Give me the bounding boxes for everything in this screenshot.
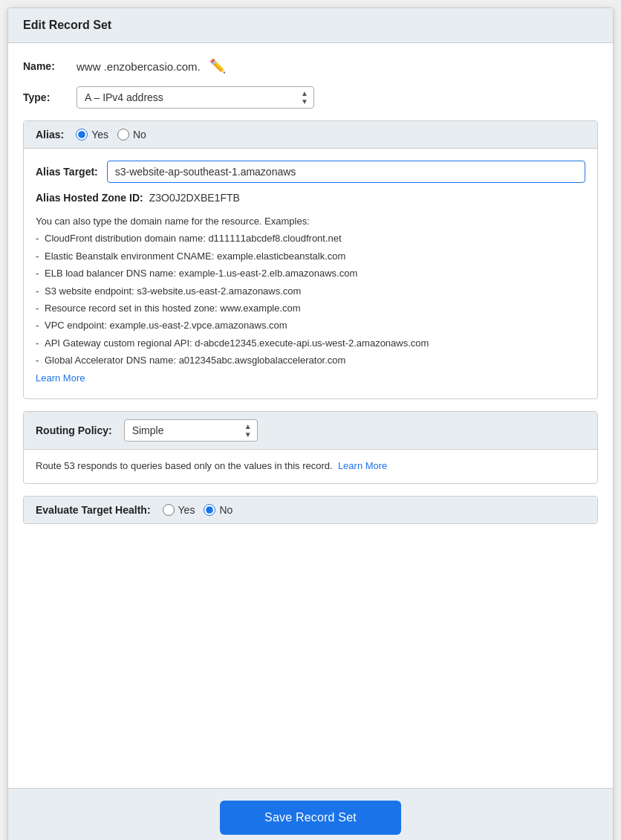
evaluate-yes-label: Yes: [178, 504, 195, 516]
alias-no-radio[interactable]: [117, 129, 129, 140]
evaluate-no-radio[interactable]: [204, 504, 215, 516]
modal-body: Name: www .enzobercasio.com. ✏️ Type: A …: [8, 43, 613, 788]
routing-select-wrapper: Simple Weighted Latency Failover Geoloca…: [124, 419, 258, 442]
alias-body: Alias Target: Alias Hosted Zone ID: Z3O0…: [24, 149, 597, 398]
examples-list: CloudFront distribution domain name: d11…: [36, 230, 585, 369]
evaluate-no-label: No: [219, 504, 233, 516]
evaluate-label: Evaluate Target Health:: [36, 504, 151, 516]
type-select-wrapper: A – IPv4 address AAAA – IPv6 address CNA…: [77, 86, 314, 109]
example-item: CloudFront distribution domain name: d11…: [36, 230, 585, 247]
alias-header: Alias: Yes No: [24, 121, 597, 149]
alias-section: Alias: Yes No Alias Target:: [23, 120, 598, 399]
alias-no-label: No: [133, 129, 146, 140]
evaluate-yes-option[interactable]: Yes: [163, 504, 195, 516]
routing-learn-more-link[interactable]: Learn More: [338, 460, 387, 471]
modal-header: Edit Record Set: [8, 8, 613, 43]
pencil-icon[interactable]: ✏️: [209, 58, 226, 74]
evaluate-yes-radio[interactable]: [163, 504, 175, 516]
hosted-zone-label: Alias Hosted Zone ID:: [36, 192, 143, 204]
edit-record-set-modal: Edit Record Set Name: www .enzobercasio.…: [7, 7, 614, 840]
example-item: S3 website endpoint: s3-website.us-east-…: [36, 282, 585, 300]
example-item: Elastic Beanstalk environment CNAME: exa…: [36, 248, 585, 265]
alias-radio-group: Yes No: [76, 129, 146, 140]
example-item: Resource record set in this hosted zone:…: [36, 300, 585, 317]
save-record-set-button[interactable]: Save Record Set: [220, 801, 401, 835]
routing-description: Route 53 responds to queries based only …: [36, 460, 333, 471]
name-label: Name:: [23, 60, 68, 72]
alias-no-option[interactable]: No: [117, 129, 146, 140]
alias-yes-radio[interactable]: [76, 129, 88, 140]
example-item: Global Accelerator DNS name: a012345abc.…: [36, 352, 585, 369]
example-item: VPC endpoint: example.us-east-2.vpce.ama…: [36, 317, 585, 334]
example-item: API Gateway custom regional API: d-abcde…: [36, 335, 585, 352]
examples-intro: You can also type the domain name for th…: [36, 213, 585, 230]
alias-target-label: Alias Target:: [36, 166, 98, 178]
hosted-zone-value: Z3O0J2DXBE1FTB: [149, 192, 240, 204]
evaluate-section: Evaluate Target Health: Yes No: [23, 496, 598, 524]
name-row: Name: www .enzobercasio.com. ✏️: [23, 58, 598, 74]
alias-yes-option[interactable]: Yes: [76, 129, 108, 140]
alias-target-input[interactable]: [107, 161, 585, 183]
alias-hosted-zone-row: Alias Hosted Zone ID: Z3O0J2DXBE1FTB: [36, 192, 585, 204]
type-label: Type:: [23, 91, 68, 103]
routing-body: Route 53 responds to queries based only …: [24, 450, 597, 483]
type-row: Type: A – IPv4 address AAAA – IPv6 addre…: [23, 86, 598, 109]
type-select[interactable]: A – IPv4 address AAAA – IPv6 address CNA…: [77, 86, 314, 109]
evaluate-no-option[interactable]: No: [204, 504, 233, 516]
example-item: ELB load balancer DNS name: example-1.us…: [36, 265, 585, 282]
evaluate-header: Evaluate Target Health: Yes No: [24, 497, 597, 523]
routing-section: Routing Policy: Simple Weighted Latency …: [23, 411, 598, 484]
alias-learn-more-link[interactable]: Learn More: [36, 372, 85, 384]
alias-yes-label: Yes: [91, 129, 108, 140]
routing-header: Routing Policy: Simple Weighted Latency …: [24, 412, 597, 450]
examples-text: You can also type the domain name for th…: [36, 213, 585, 387]
alias-target-row: Alias Target:: [36, 161, 585, 183]
alias-label: Alias:: [36, 129, 64, 140]
evaluate-radio-group: Yes No: [163, 504, 233, 516]
routing-select[interactable]: Simple Weighted Latency Failover Geoloca…: [124, 419, 258, 442]
modal-footer: Save Record Set: [8, 788, 613, 840]
modal-title: Edit Record Set: [23, 19, 598, 32]
name-value: www .enzobercasio.com.: [77, 60, 201, 73]
routing-label: Routing Policy:: [36, 424, 112, 436]
